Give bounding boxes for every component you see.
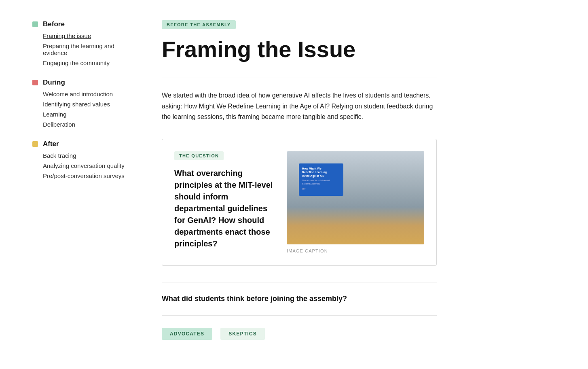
main-content: BEFORE THE ASSEMBLY Framing the Issue We… bbox=[137, 0, 469, 369]
before-dot bbox=[32, 21, 38, 27]
question-left: THE QUESTION What overarching principles… bbox=[174, 151, 275, 250]
sidebar-item-preparing[interactable]: Preparing the learning and evidence bbox=[43, 42, 129, 57]
sidebar-before-items: Framing the issue Preparing the learning… bbox=[32, 32, 129, 67]
students-question: What did students think before joining t… bbox=[162, 295, 437, 303]
divider-3 bbox=[162, 315, 437, 316]
sidebar-after-items: Back tracing Analyzing conversation qual… bbox=[32, 151, 129, 180]
page-title: Framing the Issue bbox=[162, 37, 437, 62]
sidebar-item-values[interactable]: Identifying shared values bbox=[43, 100, 129, 108]
question-text: What overarching principles at the MIT-l… bbox=[174, 168, 275, 250]
sidebar-section-during-header: During bbox=[32, 78, 129, 87]
tab-advocates[interactable]: ADVOCATES bbox=[162, 328, 212, 340]
question-badge: THE QUESTION bbox=[174, 151, 224, 160]
poster-logo: MIT bbox=[302, 188, 340, 190]
sidebar-section-before: Before Framing the issue Preparing the l… bbox=[32, 20, 129, 67]
divider-2 bbox=[162, 282, 437, 282]
sidebar-section-after-title: After bbox=[43, 140, 59, 148]
sidebar-item-engaging[interactable]: Engaging the community bbox=[43, 59, 129, 67]
tab-skeptics[interactable]: SKEPTICS bbox=[220, 328, 265, 340]
sidebar-section-after: After Back tracing Analyzing conversatio… bbox=[32, 140, 129, 180]
question-image: How Might We Redefine Learning in the Ag… bbox=[287, 151, 424, 244]
sidebar-section-during-title: During bbox=[43, 78, 65, 87]
sidebar-item-welcome[interactable]: Welcome and introduction bbox=[43, 90, 129, 98]
sidebar-item-surveys[interactable]: Pre/post-conversation surveys bbox=[43, 172, 129, 180]
divider-1 bbox=[162, 78, 437, 78]
sidebar-item-conversation-quality[interactable]: Analyzing conversation quality bbox=[43, 161, 129, 170]
sidebar-item-learning[interactable]: Learning bbox=[43, 110, 129, 119]
sidebar-item-framing[interactable]: Framing the issue bbox=[43, 32, 129, 40]
sidebar-section-during: During Welcome and introduction Identify… bbox=[32, 78, 129, 129]
sidebar-section-before-title: Before bbox=[43, 20, 65, 28]
section-badge: BEFORE THE ASSEMBLY bbox=[162, 20, 236, 29]
tabs-row: ADVOCATES SKEPTICS bbox=[162, 328, 437, 340]
poster-line1: How Might We bbox=[302, 167, 340, 170]
sidebar-section-before-header: Before bbox=[32, 20, 129, 28]
image-simulation: How Might We Redefine Learning in the Ag… bbox=[287, 151, 424, 244]
question-image-wrapper: How Might We Redefine Learning in the Ag… bbox=[287, 151, 424, 253]
sidebar-item-backtracing[interactable]: Back tracing bbox=[43, 151, 129, 160]
question-card: THE QUESTION What overarching principles… bbox=[162, 139, 437, 266]
sidebar-item-deliberation[interactable]: Deliberation bbox=[43, 120, 129, 129]
during-dot bbox=[32, 80, 38, 85]
image-poster: How Might We Redefine Learning in the Ag… bbox=[299, 163, 343, 196]
after-dot bbox=[32, 141, 38, 147]
sidebar: Before Framing the issue Preparing the l… bbox=[0, 0, 137, 369]
image-caption: IMAGE CAPTION bbox=[287, 248, 424, 253]
poster-sub: The All-new Tech-EnhancedStudent Assembl… bbox=[302, 179, 340, 185]
poster-line2: Redefine Learning bbox=[302, 170, 340, 174]
poster-line3: in the Age of AI? bbox=[302, 174, 340, 178]
sidebar-section-after-header: After bbox=[32, 140, 129, 148]
sidebar-during-items: Welcome and introduction Identifying sha… bbox=[32, 90, 129, 129]
intro-text: We started with the broad idea of how ge… bbox=[162, 90, 437, 122]
